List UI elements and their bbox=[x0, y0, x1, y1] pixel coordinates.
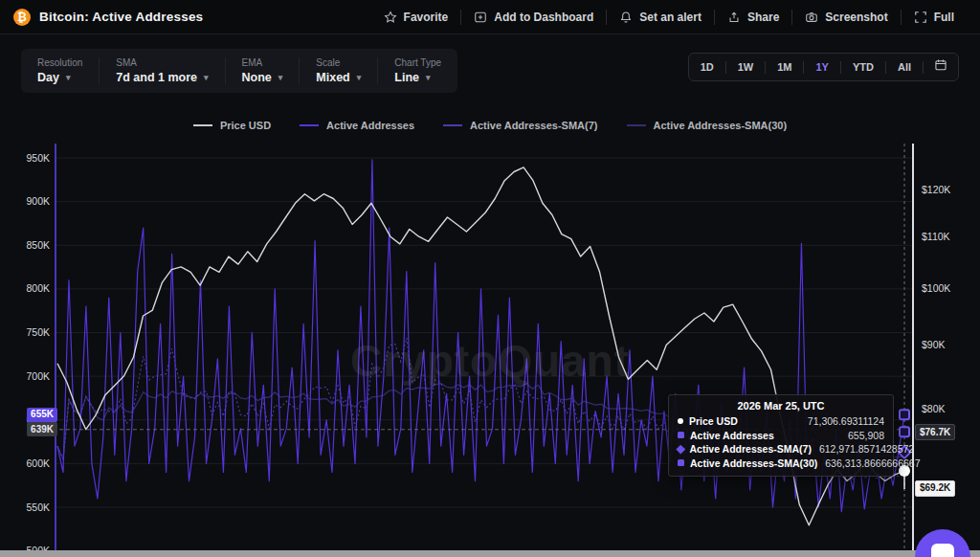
tooltip-date: 2026 Mar 25, UTC bbox=[678, 400, 884, 412]
cryptoquant-chart-screen: ₿ Bitcoin: Active Addresses FavoriteAdd … bbox=[0, 0, 980, 557]
right-axis-tick: $110K bbox=[922, 231, 950, 242]
left-axis-tick: 800K bbox=[11, 282, 50, 294]
tooltip-series-label: Price USD bbox=[689, 414, 746, 429]
right-axis-badge-69-2k: $69.2K bbox=[915, 480, 955, 497]
left-axis-badge-655k: 655K bbox=[27, 408, 57, 422]
left-axis-tick: 850K bbox=[11, 239, 50, 251]
left-axis-tick: 600K bbox=[11, 457, 50, 469]
diamond-marker-icon bbox=[677, 445, 685, 454]
tooltip-series-label: Active Addresses bbox=[690, 429, 782, 443]
left-axis-tick: 750K bbox=[11, 326, 50, 338]
tooltip-row-active-addresses: Active Addresses655,908 bbox=[678, 429, 884, 443]
dot-marker-icon bbox=[678, 418, 683, 424]
bottom-scroll-edge bbox=[0, 550, 980, 557]
right-axis-tick: $120K bbox=[922, 184, 950, 195]
tooltip-series-label: Active Addresses-SMA(30) bbox=[690, 457, 825, 471]
tooltip-series-label: Active Addresses-SMA(7) bbox=[690, 442, 819, 457]
left-axis-badge-639k: 639K bbox=[27, 422, 57, 436]
left-axis-tick: 900K bbox=[11, 195, 50, 207]
tooltip-row-price-usd: Price USD71,306.69311124 bbox=[678, 414, 884, 429]
left-axis-tick: 550K bbox=[11, 501, 50, 513]
right-axis-tick: $100K bbox=[922, 282, 950, 294]
left-axis-tick: 950K bbox=[11, 152, 50, 164]
tooltip-series-value: 71,306.69311124 bbox=[808, 414, 884, 429]
left-axis-tick: 700K bbox=[11, 370, 50, 382]
right-axis-badge-76-7k: $76.7K bbox=[915, 424, 955, 440]
right-axis-tick: $80K bbox=[922, 403, 946, 414]
square-marker-icon bbox=[678, 432, 684, 438]
tooltip-row-active-addresses-sma-7: Active Addresses-SMA(7)612,971.857142857… bbox=[678, 442, 884, 457]
chart-tooltip: 2026 Mar 25, UTC Price USD71,306.6931112… bbox=[668, 394, 894, 477]
tooltip-series-value: 612,971.8571428572 bbox=[819, 442, 914, 457]
tooltip-row-active-addresses-sma-30: Active Addresses-SMA(30)636,313.86666666… bbox=[678, 457, 884, 471]
square-marker-icon bbox=[678, 459, 684, 466]
tooltip-series-value: 636,313.8666666667 bbox=[825, 457, 920, 471]
right-axis-tick: $90K bbox=[922, 339, 946, 350]
tooltip-series-value: 655,908 bbox=[848, 429, 884, 443]
